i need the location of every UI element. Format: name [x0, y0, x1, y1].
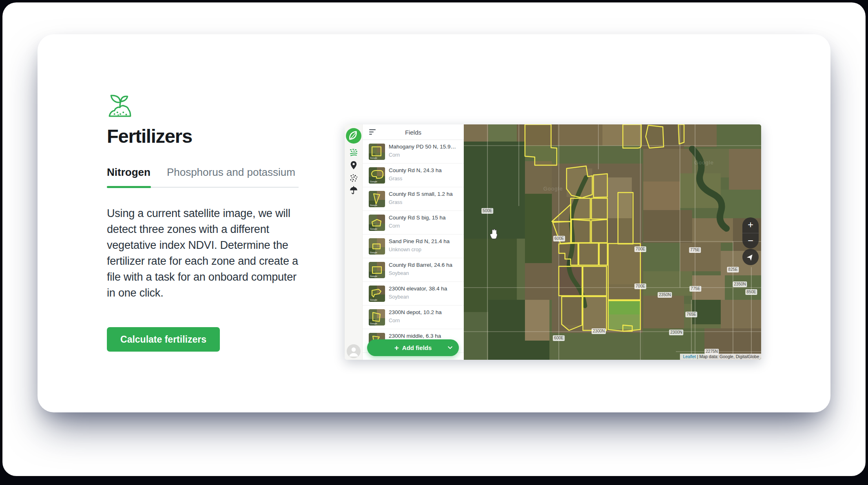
field-crop: Soybean: [389, 270, 461, 276]
road-label: 825E: [727, 267, 739, 272]
field-name: Mahogany PD 50 N, 15.9…: [389, 144, 461, 150]
field-crop: Corn: [389, 152, 461, 158]
field-name: County Rd S small, 1.2 ha: [389, 191, 461, 197]
field-list-item[interactable]: GoogleMahogany PD 50 N, 15.9…Corn: [363, 140, 464, 164]
field-list-item[interactable]: GoogleCounty Rd S small, 1.2 haGrass: [363, 187, 464, 211]
user-avatar[interactable]: [347, 344, 361, 358]
road-label: 2300N: [591, 328, 606, 334]
road-label: 850E: [745, 289, 757, 295]
map-canvas[interactable]: Google Google 500E600E600E700E700E775E77…: [464, 124, 761, 360]
leaflet-link[interactable]: Leaflet: [683, 354, 696, 359]
field-list-item[interactable]: Google2300N depot, 10.2 haCorn: [363, 306, 464, 329]
field-crop: Grass: [389, 199, 461, 205]
google-watermark: Google: [370, 157, 377, 159]
plus-icon: +: [394, 344, 399, 352]
chevron-down-icon[interactable]: [448, 346, 452, 349]
road-label: 775E: [689, 286, 701, 292]
field-name: County Rd N, 24.3 ha: [389, 167, 461, 173]
nav-rail: [345, 124, 363, 360]
field-name: 2300N depot, 10.2 ha: [389, 309, 461, 315]
google-watermark: Google: [370, 251, 377, 254]
google-watermark: Google: [370, 180, 377, 183]
field-list-item[interactable]: GoogleCounty Rd Barrel, 24.6 haSoybean: [363, 258, 464, 282]
field-list-item[interactable]: GoogleCounty Rd S big, 15 haCorn: [363, 211, 464, 235]
add-fields-button[interactable]: + Add fields: [367, 339, 459, 356]
location-pin-icon[interactable]: [349, 161, 358, 170]
field-crop: Corn: [389, 223, 461, 229]
calculate-fertilizers-button[interactable]: Calculate fertilizers: [107, 327, 220, 352]
field-thumbnail: Google: [369, 215, 385, 231]
field-list-item[interactable]: GoogleSand Pine Rd N, 21.4 haUnknown cro…: [363, 235, 464, 258]
field-name: 2300N middle, 6.3 ha: [389, 333, 461, 339]
field-thumbnail: Google: [369, 262, 385, 278]
svg-text:Google: Google: [543, 186, 563, 192]
field-name: 2300N elevator, 38.4 ha: [389, 286, 461, 292]
add-fields-label: Add fields: [402, 344, 432, 351]
field-crop: Corn: [389, 318, 461, 323]
road-label: 600E: [553, 335, 565, 341]
sprout-icon: [107, 92, 134, 119]
road-label: 2300N: [669, 330, 683, 335]
zoom-in-button[interactable]: +: [742, 217, 759, 233]
field-name: County Rd S big, 15 ha: [389, 215, 461, 221]
road-label: 500E: [481, 208, 493, 214]
fields-panel: Fields GoogleMahogany PD 50 N, 15.9…Corn…: [363, 124, 464, 360]
field-list-item[interactable]: GoogleCounty Rd N, 24.3 haGrass: [363, 164, 464, 187]
navigation-arrow-icon: [746, 253, 755, 261]
active-tab-indicator: [107, 186, 151, 188]
field-crop: Grass: [389, 176, 461, 182]
road-label: 765E: [685, 312, 697, 317]
road-label: 700E: [634, 246, 646, 252]
field-name: County Rd Barrel, 24.6 ha: [389, 262, 461, 268]
road-label: 775E: [689, 247, 701, 253]
field-thumbnail: Google: [369, 144, 385, 160]
locate-me-button[interactable]: [742, 249, 759, 265]
hero-section: Fertilizers Nitrogen Phosphorus and pota…: [107, 92, 302, 352]
zoom-controls: + −: [742, 217, 759, 248]
feature-description: Using a current satellite image, we will…: [107, 206, 299, 301]
svg-text:Google: Google: [694, 159, 714, 166]
tab-phosphorus-potassium[interactable]: Phosphorus and potassium: [167, 166, 295, 179]
map-attribution: Leaflet | Map data: Google, DigitalGlobe: [680, 354, 761, 360]
road-label: 2350N: [658, 292, 672, 298]
field-crop: Unknown crop: [389, 247, 461, 252]
attribution-text: | Map data: Google, DigitalGlobe: [696, 354, 759, 359]
field-thumbnail: Google: [369, 238, 385, 255]
onesoil-leaf-logo[interactable]: [346, 128, 361, 144]
field-thumbnail: Google: [369, 167, 385, 184]
page: Fertilizers Nitrogen Phosphorus and pota…: [0, 0, 868, 485]
field-name: Sand Pine Rd N, 21.4 ha: [389, 238, 461, 244]
zoom-out-button[interactable]: −: [742, 233, 759, 248]
app-window: Fields GoogleMahogany PD 50 N, 15.9…Corn…: [345, 124, 761, 360]
google-watermark: Google: [370, 299, 377, 301]
field-list: GoogleMahogany PD 50 N, 15.9…CornGoogleC…: [363, 140, 464, 360]
google-watermark: Google: [370, 322, 377, 325]
panel-title: Fields: [363, 124, 464, 140]
field-thumbnail: Google: [369, 191, 385, 207]
google-watermark: Google: [370, 228, 377, 230]
hand-grab-cursor: [489, 228, 499, 240]
fields-icon[interactable]: [349, 148, 358, 157]
road-label: 600E: [553, 236, 565, 241]
field-thumbnail: Google: [369, 309, 385, 326]
road-label: 700E: [634, 283, 646, 289]
tab-bar: Nitrogen Phosphorus and potassium: [107, 166, 302, 188]
tab-nitrogen[interactable]: Nitrogen: [107, 166, 151, 179]
field-crop: Soybean: [389, 294, 461, 300]
panel-header: Fields: [363, 124, 464, 140]
road-label: 2350N: [733, 281, 747, 287]
satellite-basemap: Google Google: [464, 124, 761, 360]
page-title: Fertilizers: [107, 125, 302, 147]
google-watermark: Google: [370, 204, 377, 206]
google-watermark: Google: [370, 275, 377, 277]
umbrella-icon[interactable]: [349, 186, 358, 195]
field-list-item[interactable]: Google2300N elevator, 38.4 haSoybean: [363, 282, 464, 306]
field-thumbnail: Google: [369, 286, 385, 302]
soil-dots-icon[interactable]: [349, 173, 358, 182]
